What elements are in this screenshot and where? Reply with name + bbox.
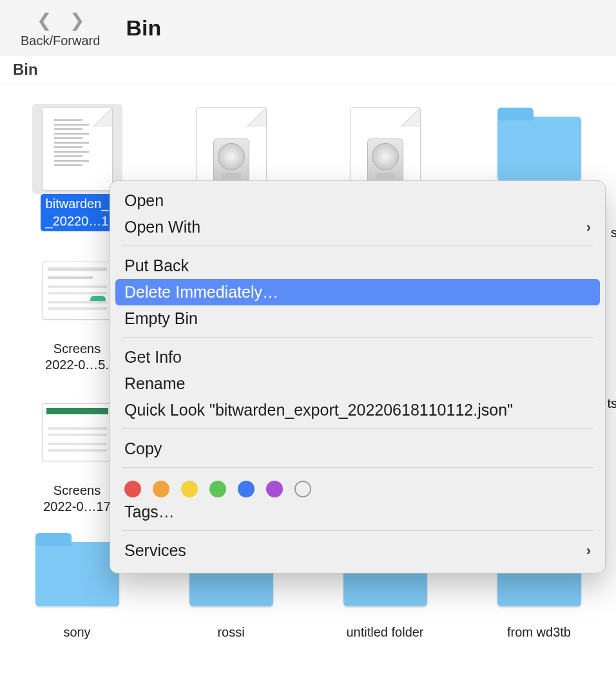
chevron-right-icon: › [586, 543, 591, 559]
menu-separator [122, 337, 593, 338]
back-button[interactable]: ❮ [37, 12, 52, 30]
path-location: Bin [13, 61, 38, 78]
menu-tags[interactable]: Tags… [110, 499, 605, 525]
menu-separator [122, 467, 593, 468]
menu-open[interactable]: Open [110, 187, 605, 214]
tag-none[interactable] [294, 481, 311, 497]
tag-color-row [110, 474, 605, 499]
menu-separator [122, 428, 593, 429]
menu-separator [122, 530, 593, 531]
tag-blue[interactable] [238, 481, 255, 497]
nav-label: Back/Forward [21, 34, 100, 48]
menu-copy[interactable]: Copy [110, 436, 605, 462]
folder-label: from wd3tb [507, 624, 571, 640]
path-bar: Bin [0, 55, 616, 84]
menu-empty-bin[interactable]: Empty Bin [110, 305, 605, 332]
window-title: Bin [126, 15, 161, 41]
file-label: Screens 2022-0…5. [45, 341, 109, 373]
menu-open-with[interactable]: Open With › [110, 214, 605, 240]
clipped-label-fragment: s [610, 226, 616, 240]
clipped-label-fragment: ts [606, 396, 616, 411]
tag-purple[interactable] [266, 481, 283, 497]
tag-red[interactable] [124, 481, 141, 497]
menu-get-info[interactable]: Get Info [110, 344, 605, 370]
folder-label: untitled folder [346, 624, 423, 640]
folder-icon [32, 529, 122, 619]
menu-quick-look[interactable]: Quick Look "bitwarden_export_20220618110… [110, 397, 605, 423]
file-label: bitwarden_ _20220…1 [41, 194, 114, 231]
context-menu: Open Open With › Put Back Delete Immedia… [110, 180, 606, 573]
folder-label: sony [63, 624, 90, 640]
document-icon [32, 104, 122, 194]
menu-rename[interactable]: Rename [110, 370, 605, 397]
tag-yellow[interactable] [181, 481, 198, 497]
tag-green[interactable] [209, 481, 226, 497]
menu-services[interactable]: Services › [110, 537, 605, 564]
toolbar: ❮ ❯ Back/Forward Bin [0, 0, 616, 55]
nav-back-forward-group: ❮ ❯ Back/Forward [21, 12, 100, 48]
chevron-right-icon: › [586, 219, 591, 236]
file-label: Screens 2022-0…17 [43, 483, 111, 515]
menu-put-back[interactable]: Put Back [110, 253, 605, 279]
image-thumbnail-icon [32, 245, 122, 336]
menu-delete-immediately[interactable]: Delete Immediately… [115, 279, 600, 305]
forward-button[interactable]: ❯ [70, 12, 84, 30]
image-thumbnail-icon [32, 387, 122, 477]
tag-orange[interactable] [153, 481, 169, 497]
menu-separator [122, 245, 593, 246]
folder-label: rossi [217, 624, 244, 640]
